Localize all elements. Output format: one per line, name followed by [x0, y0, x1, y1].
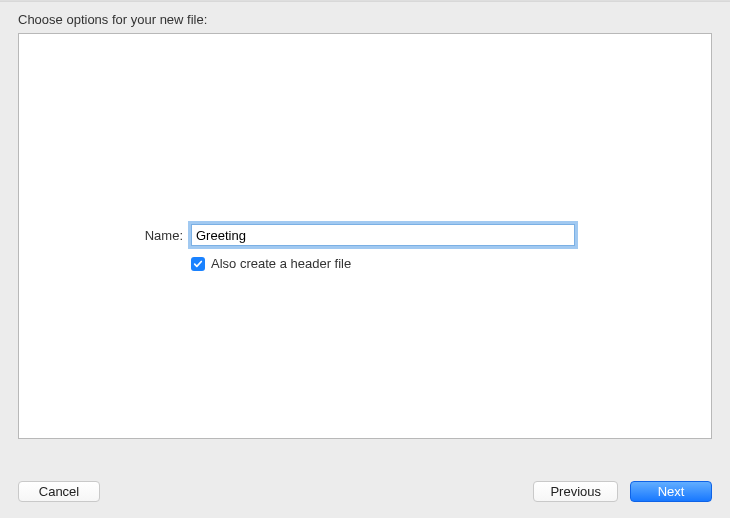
cancel-button[interactable]: Cancel	[18, 481, 100, 502]
header-file-checkbox[interactable]	[191, 257, 205, 271]
options-panel: Name: Also create a header file	[18, 33, 712, 439]
next-button[interactable]: Next	[630, 481, 712, 502]
dialog-header: Choose options for your new file:	[0, 2, 730, 33]
header-file-row: Also create a header file	[191, 256, 711, 271]
dialog-footer: Cancel Previous Next	[0, 467, 730, 518]
name-label: Name:	[19, 228, 191, 243]
header-file-label: Also create a header file	[211, 256, 351, 271]
name-input[interactable]	[191, 224, 575, 246]
dialog-title: Choose options for your new file:	[18, 12, 712, 27]
checkmark-icon	[193, 259, 203, 269]
form-area: Name: Also create a header file	[19, 224, 711, 271]
name-row: Name:	[19, 224, 711, 246]
previous-button[interactable]: Previous	[533, 481, 618, 502]
